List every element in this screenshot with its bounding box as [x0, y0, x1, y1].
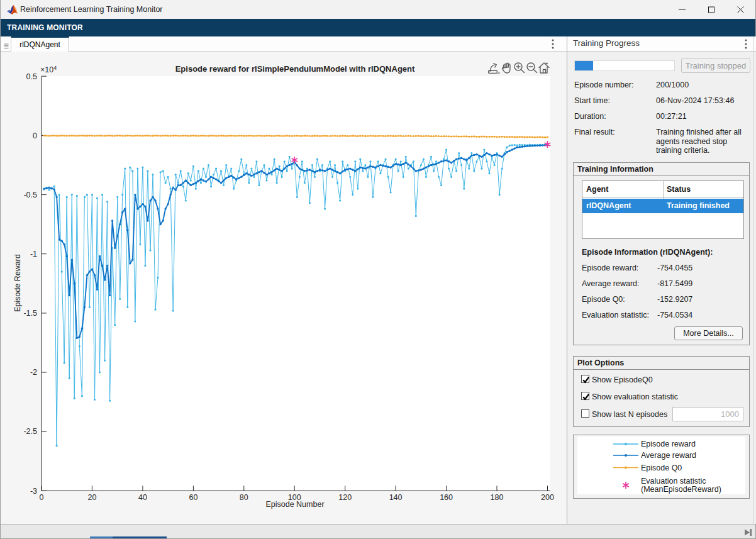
- svg-text:40: 40: [138, 493, 147, 502]
- svg-text:-2.5: -2.5: [23, 427, 37, 436]
- svg-text:0.5: 0.5: [26, 72, 37, 81]
- svg-text:-1: -1: [30, 250, 37, 258]
- svg-text:(MeanEpisodeReward): (MeanEpisodeReward): [641, 485, 721, 494]
- svg-text:-1.5: -1.5: [23, 309, 37, 318]
- svg-text:20: 20: [87, 493, 96, 502]
- svg-text:120: 120: [338, 493, 352, 502]
- svg-text:60: 60: [189, 493, 197, 502]
- svg-text:180: 180: [491, 493, 504, 502]
- svg-text:-0.5: -0.5: [23, 191, 37, 199]
- svg-text:-3: -3: [30, 487, 37, 496]
- svg-text:-2: -2: [30, 368, 37, 377]
- svg-text:×104: ×104: [40, 65, 57, 74]
- svg-text:80: 80: [240, 493, 248, 502]
- svg-text:Episode Q0: Episode Q0: [641, 464, 682, 472]
- svg-text:Episode Number: Episode Number: [265, 500, 324, 509]
- svg-text:Episode reward for rlSimplePen: Episode reward for rlSimplePendulumModel…: [175, 64, 415, 74]
- svg-text:140: 140: [389, 493, 403, 502]
- svg-text:200: 200: [541, 493, 554, 502]
- svg-text:Average reward: Average reward: [641, 451, 696, 460]
- svg-text:Episode reward: Episode reward: [641, 440, 696, 448]
- svg-text:Evaluation statistic: Evaluation statistic: [641, 477, 706, 486]
- svg-text:0: 0: [33, 131, 37, 140]
- svg-text:Episode Reward: Episode Reward: [13, 254, 22, 312]
- svg-text:0: 0: [40, 493, 44, 502]
- svg-text:160: 160: [440, 493, 453, 502]
